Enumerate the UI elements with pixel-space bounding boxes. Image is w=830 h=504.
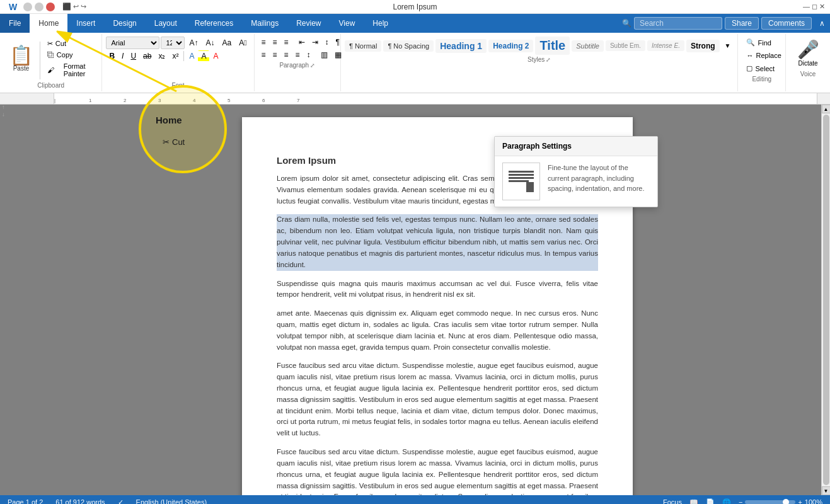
- bullets-btn[interactable]: ≡: [258, 37, 269, 48]
- search-input[interactable]: [634, 17, 722, 30]
- clear-formatting-btn[interactable]: A⃝: [236, 37, 250, 49]
- decrease-indent-btn[interactable]: ⇤: [296, 37, 308, 48]
- text-effects-btn[interactable]: A: [186, 50, 197, 62]
- dictate-button[interactable]: 🎤 Dictate: [792, 37, 824, 69]
- paste-label: Paste: [13, 65, 30, 72]
- tab-review[interactable]: Review: [287, 14, 330, 33]
- styles-grid: ¶ Normal ¶ No Spacing Heading 1 Heading …: [345, 37, 734, 55]
- read-mode-icon[interactable]: 📖: [689, 498, 698, 505]
- paragraph-settings-popup: Paragraph Settings Fine-tune the layout …: [494, 136, 658, 207]
- text-highlight-btn[interactable]: A: [198, 50, 209, 62]
- copy-button[interactable]: ⿻ Copy: [44, 50, 96, 60]
- title-bar-left: W ⬛ ↩ ↪: [5, 2, 86, 12]
- font-color-btn[interactable]: A: [210, 50, 221, 62]
- scroll-thumb[interactable]: [823, 115, 829, 485]
- strikethrough-btn[interactable]: ab: [140, 50, 154, 62]
- ribbon-collapse-btn[interactable]: ∧: [819, 19, 825, 28]
- ruler: | 1 2 3 4 5 6 7: [0, 93, 830, 105]
- cut-label: Cut: [55, 40, 66, 47]
- ruler-main: | 1 2 3 4 5 6 7: [54, 93, 817, 104]
- font-size-select[interactable]: 12: [161, 37, 185, 49]
- minimize-btn[interactable]: [23, 3, 32, 11]
- bold-btn[interactable]: B: [106, 50, 118, 62]
- clipboard-right: ✂ Cut ⿻ Copy 🖌 Format Painter: [42, 37, 98, 81]
- copy-icon: ⿻: [47, 51, 54, 59]
- center-btn[interactable]: ≡: [270, 49, 280, 60]
- italic-btn[interactable]: I: [118, 50, 127, 62]
- tab-file[interactable]: File: [0, 14, 30, 33]
- style-strong[interactable]: Strong: [686, 40, 720, 52]
- tab-references[interactable]: References: [186, 14, 242, 33]
- cut-button[interactable]: ✂ Cut: [44, 38, 96, 49]
- web-layout-icon[interactable]: 🌐: [722, 498, 731, 505]
- subscript-btn[interactable]: x₂: [155, 50, 168, 62]
- replace-label: Replace: [756, 52, 781, 59]
- tab-help[interactable]: Help: [364, 14, 397, 33]
- tab-insert[interactable]: Insert: [67, 14, 104, 33]
- document-container[interactable]: Paragraph Settings Fine-tune the layout …: [54, 105, 821, 495]
- styles-more-btn[interactable]: ▼: [722, 41, 734, 50]
- grow-font-btn[interactable]: A↑: [186, 37, 201, 49]
- style-intense-em[interactable]: Intense E.: [647, 40, 684, 51]
- clipboard-group: 📋 Paste ✂ Cut ⿻ Copy 🖌 Format Painter C: [0, 34, 102, 91]
- word-count: 61 of 912 words: [55, 498, 105, 504]
- styles-dialog-launcher[interactable]: ⤢: [546, 57, 551, 63]
- replace-button[interactable]: ↔ Replace: [742, 50, 781, 61]
- ruler-mark-4: 4: [193, 98, 195, 103]
- style-title[interactable]: Title: [535, 37, 570, 55]
- multilevel-btn[interactable]: ≡: [281, 37, 292, 48]
- paragraph-list-btns: ≡ ≡ ≡ ⇤ ⇥ ↕ ¶: [258, 37, 337, 48]
- font-name-select[interactable]: Arial: [106, 37, 159, 49]
- para-popup-icon: [502, 163, 540, 200]
- zoom-out-btn[interactable]: −: [739, 498, 742, 504]
- select-button[interactable]: ▢ Select: [742, 62, 781, 74]
- style-heading1[interactable]: Heading 1: [435, 39, 487, 53]
- shading-btn[interactable]: ▥: [318, 49, 331, 60]
- close-btn[interactable]: [46, 3, 55, 11]
- increase-indent-btn[interactable]: ⇥: [309, 37, 321, 48]
- style-subtitle[interactable]: Subtitle: [572, 40, 604, 52]
- shrink-font-btn[interactable]: A↓: [202, 37, 217, 49]
- ruler-right: [817, 93, 830, 104]
- scrollbar-vertical[interactable]: ▲ ▼: [821, 105, 830, 495]
- align-right-btn[interactable]: ≡: [281, 49, 292, 60]
- style-heading2[interactable]: Heading 2: [488, 40, 533, 52]
- focus-btn[interactable]: Focus: [663, 498, 682, 504]
- numbering-btn[interactable]: ≡: [270, 37, 280, 48]
- doc-para-6: Fusce faucibus sed arcu vitae dictum. Su…: [277, 447, 598, 495]
- zoom-slider[interactable]: [745, 500, 795, 504]
- zoom-in-btn[interactable]: +: [798, 498, 802, 504]
- left-margin: ← →: [0, 105, 54, 495]
- sort-btn[interactable]: ↕: [322, 37, 332, 48]
- style-normal[interactable]: ¶ Normal: [345, 40, 381, 52]
- share-button[interactable]: Share: [725, 17, 759, 30]
- change-case-btn[interactable]: Aa: [219, 37, 234, 49]
- maximize-btn[interactable]: [35, 3, 43, 11]
- separator: [40, 42, 40, 79]
- tab-mailings[interactable]: Mailings: [242, 14, 287, 33]
- find-button[interactable]: 🔍 Find: [742, 37, 781, 49]
- tab-view[interactable]: View: [330, 14, 364, 33]
- style-no-spacing[interactable]: ¶ No Spacing: [383, 40, 434, 52]
- justify-btn[interactable]: ≡: [292, 49, 303, 60]
- tab-layout[interactable]: Layout: [146, 14, 186, 33]
- scroll-up-btn[interactable]: ▲: [822, 105, 831, 113]
- paragraph-label-text: Paragraph: [279, 62, 309, 69]
- paragraph-dialog-launcher[interactable]: ⤢: [310, 62, 315, 69]
- doc-para-3: Suspendisse quis magna quis mauris maxim…: [277, 278, 598, 301]
- format-painter-button[interactable]: 🖌 Format Painter: [44, 61, 96, 79]
- window-controls: — ◻ ✕: [803, 3, 825, 11]
- style-subtle-em[interactable]: Subtle Em.: [606, 40, 645, 51]
- superscript-btn[interactable]: x²: [169, 50, 182, 62]
- font-name-size-row: Arial 12 A↑ A↓ Aa A⃝: [106, 37, 250, 49]
- align-left-btn[interactable]: ≡: [258, 49, 269, 60]
- comments-button[interactable]: Comments: [761, 17, 812, 30]
- tab-design[interactable]: Design: [104, 14, 145, 33]
- tab-home[interactable]: Home: [30, 14, 67, 33]
- copy-label: Copy: [57, 51, 73, 59]
- print-layout-icon[interactable]: 📄: [706, 498, 715, 505]
- scroll-down-btn[interactable]: ▼: [822, 486, 831, 495]
- paste-button[interactable]: 📋 Paste: [4, 37, 38, 81]
- line-spacing-btn[interactable]: ↕: [304, 49, 314, 60]
- underline-btn[interactable]: U: [127, 50, 139, 62]
